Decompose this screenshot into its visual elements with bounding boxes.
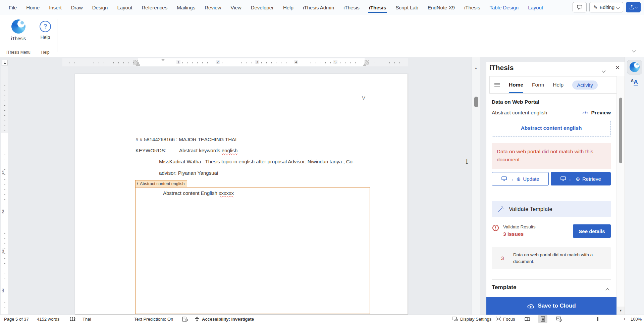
validate-results-label: Validate Results bbox=[503, 224, 536, 229]
status-bar: Page 5 of 37 4152 words Thai Text Predic… bbox=[0, 315, 644, 323]
menu-tab-layout-contextual[interactable]: Layout bbox=[528, 5, 543, 10]
field-label: Abstract content english bbox=[492, 110, 547, 116]
menu-tab-ithesis-1[interactable]: iThesis bbox=[343, 5, 360, 10]
menu-tab-script-lab[interactable]: Script Lab bbox=[395, 5, 418, 10]
tab-stop-selector[interactable] bbox=[2, 60, 8, 65]
magic-wand-icon bbox=[497, 206, 504, 213]
ruler-number: 5 bbox=[333, 60, 337, 64]
accessibility-status[interactable]: Accessibility: Investigate bbox=[202, 315, 254, 323]
ruler-number: 1 bbox=[176, 60, 180, 64]
help-button[interactable]: ? Help bbox=[33, 17, 57, 54]
eye-icon bbox=[582, 111, 589, 115]
accessibility-icon[interactable] bbox=[195, 315, 200, 323]
update-label: Update bbox=[523, 176, 539, 182]
ithesis-addin-button[interactable] bbox=[627, 60, 642, 74]
display-settings-button[interactable]: Display Settings bbox=[452, 315, 491, 323]
doc-keywords-label: KEYWORDS: bbox=[136, 148, 166, 153]
ithesis-task-panel: iThesis × Home Form Help Activity Data o… bbox=[486, 62, 625, 315]
print-layout-button[interactable] bbox=[538, 315, 547, 323]
language-indicator[interactable]: Thai bbox=[83, 315, 91, 323]
document-scrollbar-thumb[interactable] bbox=[474, 97, 478, 107]
menu-tab-file[interactable]: File bbox=[9, 5, 17, 10]
word-count[interactable]: 4152 words bbox=[37, 315, 59, 323]
web-portal-field-box[interactable]: Abstract content english bbox=[492, 120, 611, 137]
zoom-in-button[interactable]: + bbox=[623, 315, 626, 323]
menu-tab-endnote[interactable]: EndNote X9 bbox=[428, 5, 455, 10]
menu-tab-view[interactable]: View bbox=[230, 5, 241, 10]
text-predictions-indicator[interactable]: Text Predictions: On bbox=[134, 315, 173, 323]
menu-tab-help[interactable]: Help bbox=[283, 5, 293, 10]
template-heading: Template bbox=[492, 284, 516, 290]
menu-tab-table-design[interactable]: Table Design bbox=[489, 5, 519, 10]
right-indent-marker[interactable] bbox=[363, 63, 366, 66]
monitor-icon bbox=[560, 176, 566, 181]
issue-text: Data on web portal did not match with a … bbox=[513, 252, 603, 265]
left-indent-marker[interactable] bbox=[136, 62, 140, 66]
zoom-level[interactable]: 100% bbox=[631, 315, 642, 323]
menu-tab-mailings[interactable]: Mailings bbox=[177, 5, 195, 10]
ribbon-group-help: Help bbox=[30, 50, 60, 55]
web-layout-button[interactable] bbox=[554, 315, 564, 323]
content-control-text: Abstract content English xxxxxx bbox=[163, 190, 234, 196]
menu-tab-developer[interactable]: Developer bbox=[251, 5, 274, 10]
content-control-tag[interactable]: Abstract content english bbox=[135, 180, 187, 187]
ribbon-group-ithesis-menu: iThesis Menu bbox=[3, 50, 34, 55]
zoom-out-button[interactable]: − bbox=[571, 315, 573, 323]
save-to-cloud-button[interactable]: Save to Cloud bbox=[486, 297, 616, 315]
collapse-ribbon-button[interactable] bbox=[633, 47, 635, 53]
share-button[interactable] bbox=[626, 2, 641, 12]
drag-handle-icon bbox=[137, 181, 139, 186]
close-icon[interactable]: × bbox=[615, 63, 620, 71]
menu-tab-ithesis-active[interactable]: iThesis bbox=[369, 5, 386, 10]
menu-tab-review[interactable]: Review bbox=[205, 5, 221, 10]
menu-tab-home[interactable]: Home bbox=[26, 5, 40, 10]
menu-tab-ithesis-admin[interactable]: iThesis Admin bbox=[303, 5, 334, 10]
focus-button[interactable]: Focus bbox=[496, 315, 515, 323]
content-control-field[interactable]: Abstract content English xxxxxx bbox=[135, 187, 370, 314]
validate-template-header[interactable]: Validate Template bbox=[492, 201, 611, 217]
editor-addin-button[interactable]: AA bbox=[625, 78, 644, 86]
vertical-ruler[interactable]: 1 2 3 4 bbox=[1, 66, 8, 315]
menu-tab-draw[interactable]: Draw bbox=[71, 5, 83, 10]
see-details-button[interactable]: See details bbox=[573, 224, 611, 238]
template-section-header[interactable]: Template bbox=[492, 284, 611, 294]
document-page[interactable]: V # # 58144268166 : MAJOR TEACHING THAI … bbox=[75, 74, 408, 315]
read-mode-button[interactable] bbox=[523, 315, 532, 323]
menu-tab-ithesis-2[interactable]: iThesis bbox=[464, 5, 480, 10]
misspelled-word: xxxxxx bbox=[219, 190, 234, 196]
autosave-time-icon[interactable] bbox=[182, 315, 188, 323]
proofing-errors-icon[interactable] bbox=[70, 315, 76, 323]
panel-scrollbar[interactable]: ▼ bbox=[616, 76, 625, 315]
first-line-indent-marker[interactable] bbox=[161, 59, 165, 61]
editing-mode-dropdown[interactable]: ✎ Editing bbox=[589, 2, 623, 12]
preview-button[interactable]: Preview bbox=[582, 110, 611, 116]
monitor-icon bbox=[501, 176, 507, 181]
issue-list-item[interactable]: 3 Data on web portal did not match with … bbox=[492, 247, 611, 269]
chevron-up-icon[interactable] bbox=[606, 287, 609, 293]
document-scrollbar[interactable]: ▲ bbox=[472, 57, 480, 315]
retrieve-label: Retrieve bbox=[582, 176, 601, 182]
doc-line-author: MissKadirat Watha : Thesis topic in engl… bbox=[159, 159, 354, 164]
ithesis-menu-button[interactable]: iThesis bbox=[6, 17, 31, 54]
chevron-down-icon bbox=[616, 5, 620, 9]
comments-button[interactable] bbox=[573, 2, 587, 12]
web-portal-heading: Data on Web Portal bbox=[492, 99, 539, 105]
panel-scrollbar-thumb[interactable] bbox=[619, 98, 622, 163]
retrieve-button[interactable]: ← ⊕ Retrieve bbox=[551, 172, 611, 185]
scroll-down-icon[interactable]: ▼ bbox=[617, 307, 625, 315]
scroll-up-icon[interactable]: ▲ bbox=[472, 66, 480, 70]
horizontal-ruler[interactable]: 1 2 3 4 5 bbox=[62, 58, 408, 66]
zoom-slider-thumb[interactable] bbox=[597, 317, 598, 321]
menu-tab-layout[interactable]: Layout bbox=[117, 5, 132, 10]
ribbon: iThesis ? Help iThesis Menu Help bbox=[0, 15, 644, 57]
menu-tab-insert[interactable]: Insert bbox=[49, 5, 62, 10]
page-indicator[interactable]: Page 5 of 37 bbox=[4, 315, 29, 323]
preview-label: Preview bbox=[591, 110, 611, 116]
menu-tab-design[interactable]: Design bbox=[92, 5, 108, 10]
warning-icon: ! bbox=[492, 225, 499, 231]
content-control-tag-label: Abstract content english bbox=[140, 181, 184, 186]
update-button[interactable]: → ⊕ Update bbox=[492, 172, 549, 185]
zoom-slider[interactable] bbox=[578, 319, 622, 319]
menu-tab-references[interactable]: References bbox=[142, 5, 167, 10]
comment-icon bbox=[577, 5, 582, 10]
